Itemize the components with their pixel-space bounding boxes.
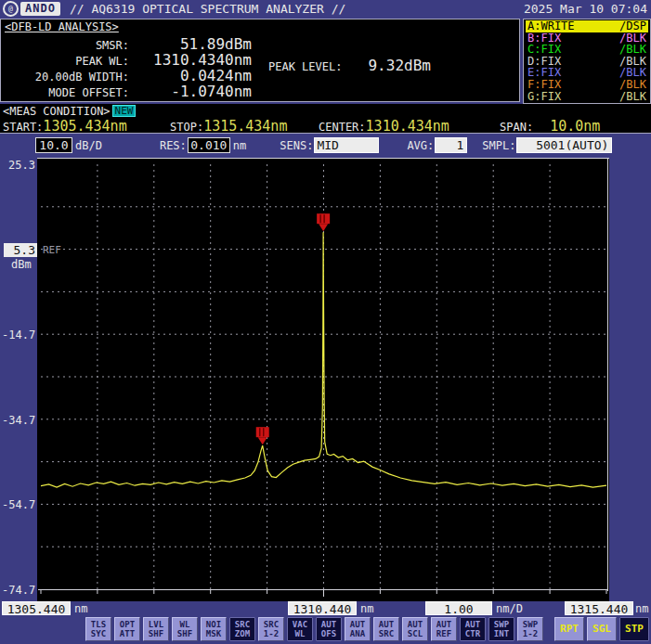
header-bar: @ ANDO // AQ6319 OPTICAL SPECTRUM ANALYZ…	[0, 0, 651, 18]
button-label: AUT	[379, 620, 394, 629]
smpl-field[interactable]: 5001(AUTO)	[516, 137, 612, 153]
center-field: CENTER: 1310.434nm	[319, 118, 500, 135]
settings-row: 10.0 dB/D RES: 0.010 nm SENS: MID AVG: 1…	[0, 135, 651, 155]
button-label: SHF	[149, 629, 163, 638]
toolbar-button-src-1-2[interactable]: SRC 1-2	[258, 617, 284, 641]
window-title: // AQ6319 OPTICAL SPECTRUM ANALYZER //	[70, 2, 345, 16]
button-label: SHF	[177, 629, 192, 638]
button-label: AUT	[321, 620, 336, 629]
x-scale-field[interactable]: 1.00	[425, 601, 492, 615]
analysis-row-smsr: SMSR: 51.89dBm	[1, 35, 252, 51]
toolbar-button-swp-1-2[interactable]: SWP 1-2	[517, 617, 543, 641]
toolbar-button-src-zom[interactable]: SRC ZOM	[229, 617, 255, 641]
width-label: 20.00dB WIDTH:	[1, 71, 129, 84]
sens-field[interactable]: MID	[314, 137, 379, 153]
start-field: START: 1305.434nm	[3, 118, 170, 135]
x-center-field[interactable]: 1310.440	[288, 601, 357, 615]
trace-f-name: F:FIX	[527, 79, 561, 91]
toolbar-button-aut-ctr[interactable]: AUT CTR	[460, 617, 486, 641]
ref-level-field[interactable]: 5.3	[4, 243, 37, 257]
button-label: AUT	[408, 620, 423, 629]
toolbar-button-opt-att[interactable]: OPT ATT	[114, 617, 140, 641]
span-field: SPAN: 10.0nm	[500, 118, 600, 135]
soft-key-toolbar: TLS SYC OPT ATT LVL SHF WL SHF NOI MSK S…	[0, 617, 651, 642]
trace-c-mode: /BLK	[619, 44, 646, 56]
toolbar-button-sgl[interactable]: SGL	[587, 617, 617, 641]
peak-wl-label: PEAK WL:	[1, 55, 129, 68]
y-tick-25: 25.3	[2, 159, 35, 172]
toolbar-button-vac-wl[interactable]: VAC WL	[287, 617, 313, 641]
button-label: ANA	[350, 629, 365, 638]
x-start-field[interactable]: 1305.440	[2, 601, 71, 615]
sens-label: SENS:	[280, 139, 313, 152]
center-label: CENTER:	[319, 121, 366, 134]
button-label: ZOM	[235, 629, 250, 638]
spectrum-plot[interactable]: REF	[37, 158, 609, 601]
toolbar-button-aut-ana[interactable]: AUT ANA	[345, 617, 371, 641]
toolbar-button-rpt[interactable]: RPT	[554, 617, 584, 641]
toolbar-button-aut-ref[interactable]: AUT REF	[431, 617, 457, 641]
avg-field[interactable]: 1	[435, 137, 467, 153]
toolbar-button-noi-msk[interactable]: NOI MSK	[201, 617, 227, 641]
trace-row-g[interactable]: G:FIX /BLK	[526, 91, 648, 103]
mode-offset-label: MODE OFFSET:	[1, 86, 129, 99]
trace-c-name: C:FIX	[527, 44, 561, 56]
res-field[interactable]: 0.010	[188, 137, 230, 153]
svg-text:REF: REF	[43, 244, 61, 256]
button-label: SRC	[264, 620, 279, 629]
level-scale-field[interactable]: 10.0	[35, 137, 72, 153]
trace-f-mode: /BLK	[619, 79, 646, 91]
toolbar-button-stp[interactable]: STP	[619, 617, 649, 641]
mode-offset-value: -1.0740nm	[129, 83, 252, 100]
toolbar-button-aut-scl[interactable]: AUT SCL	[402, 617, 428, 641]
clock-text: 2025 Mar 10 07:04	[524, 2, 647, 16]
toolbar-button-aut-src[interactable]: AUT SRC	[373, 617, 399, 641]
trace-g-name: G:FIX	[527, 91, 561, 103]
button-label: OPT	[120, 620, 135, 629]
button-label: CTR	[465, 629, 480, 638]
x-stop-field[interactable]: 1315.440	[565, 601, 633, 615]
res-label: RES:	[160, 139, 187, 152]
avg-label: AVG:	[407, 139, 434, 152]
span-value: 10.0nm	[550, 118, 600, 135]
osa-screen: @ ANDO // AQ6319 OPTICAL SPECTRUM ANALYZ…	[0, 0, 651, 644]
trace-g-mode: /BLK	[619, 91, 646, 103]
x-center-unit: nm	[360, 602, 373, 615]
button-label: AUT	[350, 620, 365, 629]
button-label: REF	[436, 629, 451, 638]
toolbar-button-tls-syc[interactable]: TLS SYC	[85, 617, 111, 641]
button-label: STP	[625, 625, 644, 634]
button-label: INT	[494, 629, 509, 638]
ando-mark-icon: @	[3, 1, 19, 17]
dfb-analysis-rows: SMSR: 51.89dBm PEAK WL: 1310.4340nm 20.0…	[1, 35, 252, 98]
button-label: SWP	[523, 620, 538, 629]
button-label: SRC	[379, 629, 394, 638]
button-label: RPT	[560, 625, 579, 634]
meas-condition-panel: <MEAS CONDITION> NEW START: 1305.434nm S…	[0, 104, 651, 134]
stop-value: 1315.434nm	[203, 118, 287, 135]
button-label: SCL	[408, 629, 423, 638]
trace-row-c[interactable]: C:FIX /BLK	[526, 44, 648, 56]
trace-row-a[interactable]: A:WRITE /DSP	[526, 20, 648, 32]
button-label: SRC	[235, 620, 250, 629]
y-axis-unit: dBm	[11, 258, 32, 271]
button-label: 1-2	[523, 629, 538, 638]
new-badge: NEW	[112, 105, 137, 117]
level-scale-unit: dB/D	[75, 139, 102, 152]
stop-label: STOP:	[170, 121, 203, 134]
analysis-row-mode-offset: MODE OFFSET: -1.0740nm	[1, 83, 252, 98]
button-label: WL	[180, 620, 190, 629]
button-label: 1-2	[264, 629, 279, 638]
toolbar-button-wl-shf[interactable]: WL SHF	[172, 617, 198, 641]
button-label: LVL	[149, 620, 163, 629]
start-label: START:	[3, 121, 43, 134]
span-label: SPAN:	[500, 121, 533, 134]
dfb-analysis-title: <DFB-LD ANALYSIS>	[5, 20, 119, 33]
x-start-unit: nm	[74, 602, 87, 615]
toolbar-button-lvl-shf[interactable]: LVL SHF	[143, 617, 169, 641]
toolbar-button-aut-ofs[interactable]: AUT OFS	[316, 617, 342, 641]
toolbar-button-swp-int[interactable]: SWP INT	[488, 617, 514, 641]
peak-level-label: PEAK LEVEL:	[268, 60, 342, 73]
trace-row-f[interactable]: F:FIX /BLK	[526, 79, 648, 91]
dfb-ld-analysis-panel: <DFB-LD ANALYSIS> SMSR: 51.89dBm PEAK WL…	[0, 19, 520, 102]
